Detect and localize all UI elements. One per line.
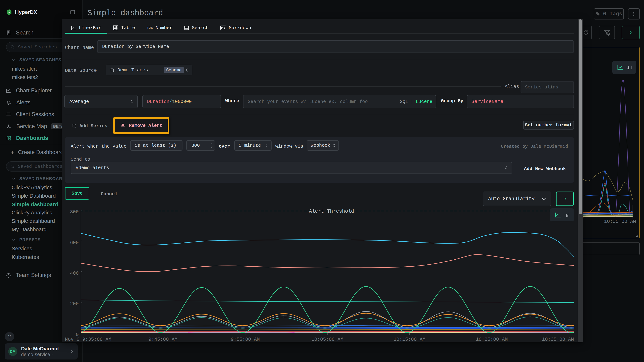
svg-text:Alert Threshold: Alert Threshold — [309, 208, 354, 214]
svg-text:10:25:00 AM: 10:25:00 AM — [476, 337, 508, 342]
svg-text:10:35:00 AM: 10:35:00 AM — [542, 337, 574, 342]
svg-text:400: 400 — [70, 271, 79, 276]
svg-text:10:35:00 AM: 10:35:00 AM — [604, 219, 636, 224]
svg-text:600: 600 — [70, 240, 79, 245]
svg-text:9:55:00 AM: 9:55:00 AM — [231, 337, 260, 342]
svg-text:200: 200 — [70, 301, 79, 307]
svg-text:10:15:00 AM: 10:15:00 AM — [394, 337, 426, 342]
svg-text:9:45:00 AM: 9:45:00 AM — [148, 337, 178, 342]
svg-text:800: 800 — [70, 209, 79, 215]
svg-text:0: 0 — [76, 332, 79, 337]
svg-text:10:05:00 AM: 10:05:00 AM — [312, 337, 343, 342]
svg-text:Nov 6 9:35:00 AM: Nov 6 9:35:00 AM — [65, 337, 111, 342]
